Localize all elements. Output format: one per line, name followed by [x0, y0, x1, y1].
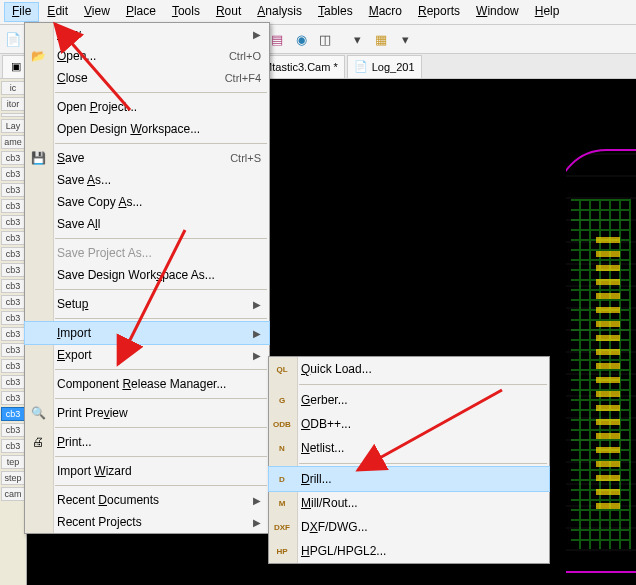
submenu-item-mill-rout[interactable]: MMill/Rout...: [269, 491, 549, 515]
sidebar-tab[interactable]: cb3: [1, 263, 25, 277]
pcb-canvas: [566, 79, 636, 585]
sidebar-tab[interactable]: cb3: [1, 215, 25, 229]
menu-item-print[interactable]: 🖨Print...: [25, 431, 269, 453]
menu-tables[interactable]: Tables: [310, 2, 361, 22]
menu-item-close[interactable]: CloseCtrl+F4: [25, 67, 269, 89]
color-icon[interactable]: ◉: [290, 28, 312, 50]
menu-help[interactable]: Help: [527, 2, 568, 22]
sidebar-tab[interactable]: tep: [1, 455, 25, 469]
menu-item-print-preview[interactable]: 🔍Print Preview: [25, 402, 269, 424]
sidebar-tab[interactable]: cb3: [1, 151, 25, 165]
menu-separator: [55, 238, 267, 239]
submenu-item-hpgl-hpgl[interactable]: HPHPGL/HPGL2...: [269, 539, 549, 563]
menu-item-save-copy-as[interactable]: Save Copy As...: [25, 191, 269, 213]
sidebar-tab[interactable]: cb3: [1, 423, 25, 437]
log-doc-icon: 📄: [354, 60, 368, 74]
menu-item-label: Save Design Workspace As...: [57, 268, 261, 282]
menu-item-label: Open...: [57, 49, 229, 63]
sidebar-tab[interactable]: cam: [1, 487, 25, 501]
sidebar-tab[interactable]: cb3: [1, 279, 25, 293]
submenu-item-label: Netlist...: [301, 441, 344, 455]
sidebar-tab[interactable]: ame: [1, 135, 25, 149]
menu-item-label: Print Preview: [57, 406, 261, 420]
submenu-item-netlist[interactable]: NNetlist...: [269, 436, 549, 460]
menu-item-setup[interactable]: Setup▶: [25, 293, 269, 315]
sidebar-tab[interactable]: ic: [1, 81, 25, 95]
menu-place[interactable]: Place: [118, 2, 164, 22]
sidebar-tab[interactable]: cb3: [1, 343, 25, 357]
import-type-icon: G: [273, 391, 291, 409]
menu-item-save[interactable]: 💾SaveCtrl+S: [25, 147, 269, 169]
sidebar-tab[interactable]: cb3: [1, 391, 25, 405]
submenu-item-gerber[interactable]: GGerber...: [269, 388, 549, 412]
print-icon: 🖨: [29, 433, 47, 451]
menu-item-import-wizard[interactable]: Import Wizard: [25, 460, 269, 482]
dropdown-icon[interactable]: ▾: [346, 28, 368, 50]
submenu-item-drill[interactable]: DDrill...: [268, 466, 550, 492]
file-menu-dropdown: New▶📂Open...Ctrl+OCloseCtrl+F4Open Proje…: [24, 22, 270, 534]
open-icon: 📂: [29, 47, 47, 65]
sidebar-tab[interactable]: cb3: [1, 295, 25, 309]
sidebar-tab[interactable]: [1, 113, 25, 117]
sidebar-tab[interactable]: cb3: [1, 167, 25, 181]
sidebar-tab[interactable]: cb3: [1, 231, 25, 245]
submenu-item-quick-load[interactable]: QLQuick Load...: [269, 357, 549, 381]
menu-separator: [55, 318, 267, 319]
menu-edit[interactable]: Edit: [39, 2, 76, 22]
menu-item-label: Save Project As...: [57, 246, 261, 260]
submenu-arrow-icon: ▶: [253, 328, 261, 339]
sidebar-tab[interactable]: cb3: [1, 311, 25, 325]
menu-item-open[interactable]: 📂Open...Ctrl+O: [25, 45, 269, 67]
more2-icon[interactable]: ▾: [394, 28, 416, 50]
sidebar-tab[interactable]: cb3: [1, 183, 25, 197]
menu-item-save-as[interactable]: Save As...: [25, 169, 269, 191]
menu-accelerator: Ctrl+S: [230, 152, 261, 164]
menu-rout[interactable]: Rout: [208, 2, 249, 22]
menu-item-import[interactable]: Import▶: [24, 321, 270, 345]
sidebar-tab[interactable]: cb3: [1, 375, 25, 389]
more-icon[interactable]: ▦: [370, 28, 392, 50]
ortho-icon[interactable]: ◫: [314, 28, 336, 50]
submenu-arrow-icon: ▶: [253, 299, 261, 310]
menu-item-open-design-workspace[interactable]: Open Design Workspace...: [25, 118, 269, 140]
menu-separator: [55, 485, 267, 486]
sidebar-tab[interactable]: Lay: [1, 119, 25, 133]
import-type-icon: ODB: [273, 415, 291, 433]
sidebar-tab[interactable]: cb3: [1, 407, 25, 421]
import-type-icon: M: [273, 494, 291, 512]
pcb-pads: [596, 229, 620, 509]
sidebar-tab[interactable]: cb3: [1, 199, 25, 213]
menu-analysis[interactable]: Analysis: [249, 2, 310, 22]
sidebar-tab[interactable]: itor: [1, 97, 25, 111]
sidebar-tab[interactable]: cb3: [1, 327, 25, 341]
menu-file[interactable]: File: [4, 2, 39, 22]
menu-view[interactable]: View: [76, 2, 118, 22]
menu-reports[interactable]: Reports: [410, 2, 468, 22]
sidebar-tab[interactable]: cb3: [1, 247, 25, 261]
menu-separator: [55, 398, 267, 399]
sidebar-tab[interactable]: step: [1, 471, 25, 485]
new-doc-icon[interactable]: 📄: [2, 28, 24, 50]
menu-item-save-project-as: Save Project As...: [25, 242, 269, 264]
menu-macro[interactable]: Macro: [361, 2, 410, 22]
submenu-arrow-icon: ▶: [253, 517, 261, 528]
sidebar-tab[interactable]: cb3: [1, 439, 25, 453]
menu-item-recent-documents[interactable]: Recent Documents▶: [25, 489, 269, 511]
menu-item-recent-projects[interactable]: Recent Projects▶: [25, 511, 269, 533]
menu-item-save-all[interactable]: Save All: [25, 213, 269, 235]
submenu-item-odb[interactable]: ODBODB++...: [269, 412, 549, 436]
menu-window[interactable]: Window: [468, 2, 527, 22]
import-type-icon: QL: [273, 360, 291, 378]
menu-item-save-design-workspace-as[interactable]: Save Design Workspace As...: [25, 264, 269, 286]
menu-item-new[interactable]: New▶: [25, 23, 269, 45]
menu-item-component-release-manager[interactable]: Component Release Manager...: [25, 373, 269, 395]
sidebar-tab[interactable]: cb3: [1, 359, 25, 373]
menu-item-open-project[interactable]: Open Project...: [25, 96, 269, 118]
menu-item-label: Open Design Workspace...: [57, 122, 261, 136]
submenu-item-label: Drill...: [301, 472, 332, 486]
menu-item-export[interactable]: Export▶: [25, 344, 269, 366]
submenu-arrow-icon: ▶: [253, 29, 261, 40]
submenu-item-dxf-dwg[interactable]: DXFDXF/DWG...: [269, 515, 549, 539]
menu-tools[interactable]: Tools: [164, 2, 208, 22]
doc-tab[interactable]: 📄 Log_201: [347, 55, 422, 78]
